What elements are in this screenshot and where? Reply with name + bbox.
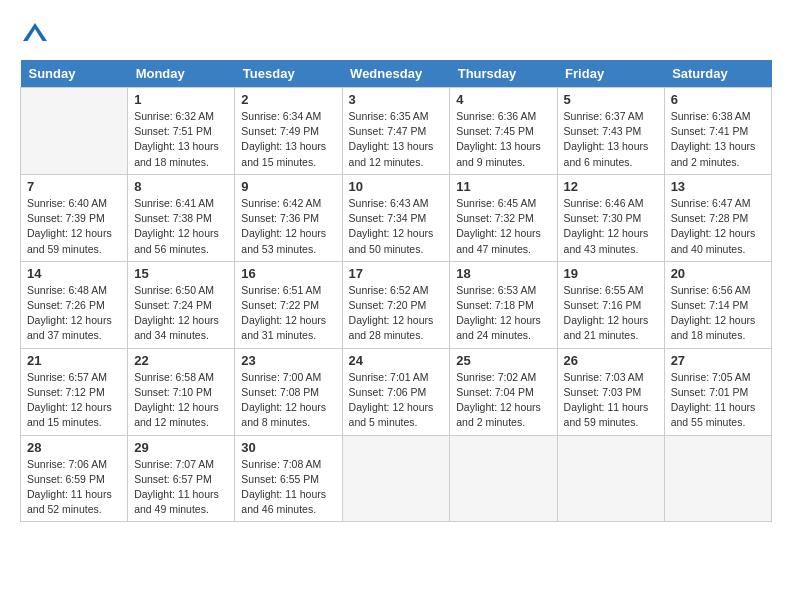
calendar-cell: 9Sunrise: 6:42 AM Sunset: 7:36 PM Daylig… — [235, 174, 342, 261]
calendar-cell: 28Sunrise: 7:06 AM Sunset: 6:59 PM Dayli… — [21, 435, 128, 522]
calendar-cell: 23Sunrise: 7:00 AM Sunset: 7:08 PM Dayli… — [235, 348, 342, 435]
logo — [20, 20, 54, 50]
header-sunday: Sunday — [21, 60, 128, 88]
day-info: Sunrise: 7:05 AM Sunset: 7:01 PM Dayligh… — [671, 370, 765, 431]
day-number: 18 — [456, 266, 550, 281]
calendar-cell: 20Sunrise: 6:56 AM Sunset: 7:14 PM Dayli… — [664, 261, 771, 348]
calendar-cell: 5Sunrise: 6:37 AM Sunset: 7:43 PM Daylig… — [557, 88, 664, 175]
day-info: Sunrise: 6:55 AM Sunset: 7:16 PM Dayligh… — [564, 283, 658, 344]
day-number: 26 — [564, 353, 658, 368]
day-number: 20 — [671, 266, 765, 281]
day-number: 2 — [241, 92, 335, 107]
calendar-cell: 3Sunrise: 6:35 AM Sunset: 7:47 PM Daylig… — [342, 88, 450, 175]
day-info: Sunrise: 6:57 AM Sunset: 7:12 PM Dayligh… — [27, 370, 121, 431]
day-number: 4 — [456, 92, 550, 107]
day-info: Sunrise: 6:56 AM Sunset: 7:14 PM Dayligh… — [671, 283, 765, 344]
day-number: 25 — [456, 353, 550, 368]
day-info: Sunrise: 6:34 AM Sunset: 7:49 PM Dayligh… — [241, 109, 335, 170]
day-info: Sunrise: 7:07 AM Sunset: 6:57 PM Dayligh… — [134, 457, 228, 518]
calendar-cell: 26Sunrise: 7:03 AM Sunset: 7:03 PM Dayli… — [557, 348, 664, 435]
day-info: Sunrise: 6:40 AM Sunset: 7:39 PM Dayligh… — [27, 196, 121, 257]
day-info: Sunrise: 6:35 AM Sunset: 7:47 PM Dayligh… — [349, 109, 444, 170]
day-info: Sunrise: 7:08 AM Sunset: 6:55 PM Dayligh… — [241, 457, 335, 518]
calendar-cell: 1Sunrise: 6:32 AM Sunset: 7:51 PM Daylig… — [128, 88, 235, 175]
calendar-header-row: SundayMondayTuesdayWednesdayThursdayFrid… — [21, 60, 772, 88]
day-number: 10 — [349, 179, 444, 194]
day-number: 5 — [564, 92, 658, 107]
day-number: 24 — [349, 353, 444, 368]
calendar-cell: 17Sunrise: 6:52 AM Sunset: 7:20 PM Dayli… — [342, 261, 450, 348]
week-row-3: 21Sunrise: 6:57 AM Sunset: 7:12 PM Dayli… — [21, 348, 772, 435]
day-info: Sunrise: 6:43 AM Sunset: 7:34 PM Dayligh… — [349, 196, 444, 257]
calendar-cell: 18Sunrise: 6:53 AM Sunset: 7:18 PM Dayli… — [450, 261, 557, 348]
logo-icon — [20, 20, 50, 50]
calendar-cell — [450, 435, 557, 522]
calendar-table: SundayMondayTuesdayWednesdayThursdayFrid… — [20, 60, 772, 522]
day-number: 17 — [349, 266, 444, 281]
day-info: Sunrise: 6:37 AM Sunset: 7:43 PM Dayligh… — [564, 109, 658, 170]
page-header — [20, 20, 772, 50]
week-row-4: 28Sunrise: 7:06 AM Sunset: 6:59 PM Dayli… — [21, 435, 772, 522]
day-info: Sunrise: 6:47 AM Sunset: 7:28 PM Dayligh… — [671, 196, 765, 257]
header-wednesday: Wednesday — [342, 60, 450, 88]
calendar-cell: 22Sunrise: 6:58 AM Sunset: 7:10 PM Dayli… — [128, 348, 235, 435]
calendar-cell: 8Sunrise: 6:41 AM Sunset: 7:38 PM Daylig… — [128, 174, 235, 261]
calendar-cell: 7Sunrise: 6:40 AM Sunset: 7:39 PM Daylig… — [21, 174, 128, 261]
calendar-cell: 15Sunrise: 6:50 AM Sunset: 7:24 PM Dayli… — [128, 261, 235, 348]
calendar-cell: 25Sunrise: 7:02 AM Sunset: 7:04 PM Dayli… — [450, 348, 557, 435]
day-info: Sunrise: 6:32 AM Sunset: 7:51 PM Dayligh… — [134, 109, 228, 170]
day-number: 14 — [27, 266, 121, 281]
day-info: Sunrise: 6:36 AM Sunset: 7:45 PM Dayligh… — [456, 109, 550, 170]
day-info: Sunrise: 6:38 AM Sunset: 7:41 PM Dayligh… — [671, 109, 765, 170]
day-number: 12 — [564, 179, 658, 194]
calendar-cell: 12Sunrise: 6:46 AM Sunset: 7:30 PM Dayli… — [557, 174, 664, 261]
week-row-2: 14Sunrise: 6:48 AM Sunset: 7:26 PM Dayli… — [21, 261, 772, 348]
calendar-cell: 27Sunrise: 7:05 AM Sunset: 7:01 PM Dayli… — [664, 348, 771, 435]
day-number: 11 — [456, 179, 550, 194]
day-number: 30 — [241, 440, 335, 455]
day-info: Sunrise: 6:58 AM Sunset: 7:10 PM Dayligh… — [134, 370, 228, 431]
day-number: 22 — [134, 353, 228, 368]
header-friday: Friday — [557, 60, 664, 88]
day-info: Sunrise: 6:50 AM Sunset: 7:24 PM Dayligh… — [134, 283, 228, 344]
calendar-cell — [664, 435, 771, 522]
week-row-0: 1Sunrise: 6:32 AM Sunset: 7:51 PM Daylig… — [21, 88, 772, 175]
calendar-cell: 30Sunrise: 7:08 AM Sunset: 6:55 PM Dayli… — [235, 435, 342, 522]
day-number: 9 — [241, 179, 335, 194]
calendar-cell — [557, 435, 664, 522]
day-info: Sunrise: 6:46 AM Sunset: 7:30 PM Dayligh… — [564, 196, 658, 257]
calendar-cell: 13Sunrise: 6:47 AM Sunset: 7:28 PM Dayli… — [664, 174, 771, 261]
day-info: Sunrise: 6:45 AM Sunset: 7:32 PM Dayligh… — [456, 196, 550, 257]
header-monday: Monday — [128, 60, 235, 88]
day-number: 6 — [671, 92, 765, 107]
day-number: 15 — [134, 266, 228, 281]
day-number: 3 — [349, 92, 444, 107]
calendar-cell: 16Sunrise: 6:51 AM Sunset: 7:22 PM Dayli… — [235, 261, 342, 348]
day-number: 13 — [671, 179, 765, 194]
day-number: 28 — [27, 440, 121, 455]
calendar-cell: 10Sunrise: 6:43 AM Sunset: 7:34 PM Dayli… — [342, 174, 450, 261]
calendar-cell: 19Sunrise: 6:55 AM Sunset: 7:16 PM Dayli… — [557, 261, 664, 348]
day-info: Sunrise: 6:51 AM Sunset: 7:22 PM Dayligh… — [241, 283, 335, 344]
day-number: 23 — [241, 353, 335, 368]
day-number: 21 — [27, 353, 121, 368]
day-number: 1 — [134, 92, 228, 107]
header-thursday: Thursday — [450, 60, 557, 88]
day-number: 8 — [134, 179, 228, 194]
day-info: Sunrise: 6:53 AM Sunset: 7:18 PM Dayligh… — [456, 283, 550, 344]
calendar-cell: 4Sunrise: 6:36 AM Sunset: 7:45 PM Daylig… — [450, 88, 557, 175]
week-row-1: 7Sunrise: 6:40 AM Sunset: 7:39 PM Daylig… — [21, 174, 772, 261]
day-info: Sunrise: 7:03 AM Sunset: 7:03 PM Dayligh… — [564, 370, 658, 431]
calendar-cell: 24Sunrise: 7:01 AM Sunset: 7:06 PM Dayli… — [342, 348, 450, 435]
header-tuesday: Tuesday — [235, 60, 342, 88]
calendar-cell — [21, 88, 128, 175]
day-info: Sunrise: 7:01 AM Sunset: 7:06 PM Dayligh… — [349, 370, 444, 431]
day-number: 19 — [564, 266, 658, 281]
calendar-cell: 6Sunrise: 6:38 AM Sunset: 7:41 PM Daylig… — [664, 88, 771, 175]
day-number: 16 — [241, 266, 335, 281]
day-info: Sunrise: 7:02 AM Sunset: 7:04 PM Dayligh… — [456, 370, 550, 431]
calendar-cell: 21Sunrise: 6:57 AM Sunset: 7:12 PM Dayli… — [21, 348, 128, 435]
day-info: Sunrise: 6:48 AM Sunset: 7:26 PM Dayligh… — [27, 283, 121, 344]
header-saturday: Saturday — [664, 60, 771, 88]
day-number: 7 — [27, 179, 121, 194]
